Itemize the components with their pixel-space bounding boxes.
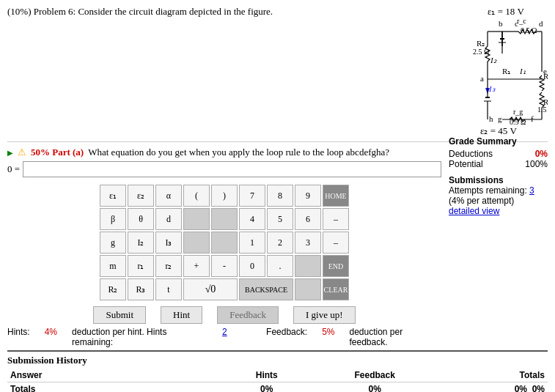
totals-feedback: 0%	[320, 382, 428, 393]
key-2[interactable]: 2	[267, 232, 293, 254]
totals-label: Totals	[7, 382, 213, 393]
key-theta[interactable]: θ	[128, 208, 154, 230]
key-alpha[interactable]: α	[155, 185, 182, 207]
deductions-label: Deductions	[449, 149, 493, 159]
key-t[interactable]: t	[155, 278, 182, 300]
key-3[interactable]: 3	[295, 232, 321, 254]
key-minus[interactable]: -	[211, 255, 238, 277]
svg-text:a: a	[480, 74, 484, 83]
key-open-paren[interactable]: (	[183, 185, 210, 207]
key-6[interactable]: 6	[295, 208, 321, 230]
attempts-row: Attempts remaining: 3	[449, 185, 548, 196]
hints-deduction-value: 4%	[45, 327, 57, 347]
history-title: Submission History	[7, 355, 548, 366]
key-R3[interactable]: R₃	[128, 278, 154, 300]
key-g[interactable]: g	[100, 232, 126, 254]
key-plus[interactable]: +	[183, 255, 210, 277]
key-beta[interactable]: β	[100, 208, 126, 230]
epsilon1-label: ε₁ = 18 V	[488, 6, 525, 17]
key-9[interactable]: 9	[295, 185, 321, 207]
key-home[interactable]: HOME	[323, 185, 349, 207]
key-end[interactable]: END	[323, 255, 349, 277]
key-m[interactable]: m	[100, 255, 126, 277]
key-epsilon2[interactable]: ε₂	[128, 185, 154, 207]
feedback-button[interactable]: Feedback	[217, 306, 279, 324]
svg-text:r_g: r_g	[513, 108, 523, 116]
key-close-paren[interactable]: )	[211, 185, 238, 207]
col-feedback-header: Feedback	[320, 369, 428, 382]
col-answer-header: Answer	[7, 369, 213, 382]
totals-row: Totals 0% 0% 0% 0%	[7, 382, 548, 393]
key-empty-6	[295, 278, 321, 300]
key-empty-4	[211, 232, 238, 254]
key-r2[interactable]: r₂	[155, 255, 182, 277]
svg-text:h: h	[489, 114, 493, 123]
key-R2[interactable]: R₂	[100, 278, 126, 300]
keypad-row-2: β θ d 4 5 6 –	[100, 208, 349, 230]
svg-text:R₁: R₁	[543, 72, 548, 81]
key-empty-2	[211, 208, 238, 230]
buttons-row: Submit Hint Feedback I give up!	[7, 306, 441, 324]
svg-text:I₁: I₁	[519, 67, 526, 75]
hints-mid: deduction per hint. Hints remaining:	[72, 327, 207, 347]
key-clear[interactable]: CLEAR	[323, 278, 349, 300]
equation-row: 0 =	[7, 161, 441, 177]
feedback-suffix: deduction per feedback.	[349, 327, 441, 347]
epsilon2-label: ε₂ = 45 V	[480, 125, 518, 134]
key-8[interactable]: 8	[267, 185, 293, 207]
key-dot[interactable]: .	[267, 255, 293, 277]
key-sqrt[interactable]: √0	[183, 278, 238, 300]
grade-summary-title: Grade Summary	[449, 136, 548, 147]
svg-text:R₁: R₁	[502, 67, 510, 75]
key-dash-1[interactable]: –	[323, 208, 349, 230]
svg-text:R₂: R₂	[477, 39, 485, 48]
attempts-label: Attempts remaining:	[449, 185, 527, 196]
hint-button[interactable]: Hint	[161, 306, 202, 324]
totals-hints: 0%	[213, 382, 320, 393]
key-1[interactable]: 1	[239, 232, 265, 254]
col-hints-header: Hints	[213, 369, 320, 382]
keypad-row-4: m r₁ r₂ + - 0 . END	[100, 255, 349, 277]
key-r1[interactable]: r₁	[128, 255, 154, 277]
deductions-value: 0%	[535, 149, 548, 159]
key-d[interactable]: d	[155, 208, 182, 230]
potential-label: Potential	[449, 159, 483, 169]
keypad-row-5: R₂ R₃ t √0 BACKSPACE CLEAR	[100, 278, 349, 300]
attempts-link[interactable]: 3	[529, 185, 534, 196]
part-a-question: What equation do you get when you apply …	[88, 147, 389, 158]
key-epsilon1[interactable]: ε₁	[100, 185, 126, 207]
part-a-label: 50% Part (a)	[31, 147, 84, 158]
key-0[interactable]: 0	[239, 255, 265, 277]
key-empty-3	[183, 232, 210, 254]
key-I2[interactable]: I₂	[128, 232, 154, 254]
keypad-row-3: g I₂ I₃ 1 2 3 –	[100, 232, 349, 254]
key-dash-2[interactable]: –	[323, 232, 349, 254]
potential-value: 100%	[525, 159, 548, 169]
equation-input[interactable]	[23, 161, 441, 177]
detailed-view-link[interactable]: detailed view	[449, 206, 548, 216]
submit-button[interactable]: Submit	[93, 306, 146, 324]
keypad-row-1: ε₁ ε₂ α ( ) 7 8 9 HOME	[100, 185, 349, 207]
col-totals-header: Totals	[429, 369, 548, 382]
submissions-title: Submissions	[449, 175, 548, 185]
key-backspace[interactable]: BACKSPACE	[239, 278, 293, 300]
hints-row: Hints: 4% deduction per hint. Hints rema…	[7, 327, 441, 347]
part-a-section: ▶ ⚠ 50% Part (a) What equation do you ge…	[7, 141, 548, 347]
svg-text:f: f	[531, 114, 534, 123]
attempts-note: (4% per attempt)	[449, 196, 548, 206]
problem-header: (10%) Problem 6: Consider the circuit di…	[7, 6, 548, 137]
hints-remaining-link[interactable]: 2	[222, 327, 227, 347]
give-up-button[interactable]: I give up!	[293, 306, 356, 324]
key-7[interactable]: 7	[239, 185, 265, 207]
triangle-icon: ▶	[7, 149, 13, 157]
feedback-deduction-value: 5%	[322, 327, 334, 347]
deductions-row: Deductions 0%	[449, 149, 548, 159]
key-I3[interactable]: I₃	[155, 232, 182, 254]
submission-history: Submission History Answer Hints Feedback…	[7, 350, 548, 392]
circuit-svg: ε₁ = 18 V b c d r_c 0.5 Ω	[379, 6, 548, 134]
key-5[interactable]: 5	[267, 208, 293, 230]
circuit-diagram: ε₁ = 18 V b c d r_c 0.5 Ω	[379, 6, 548, 137]
svg-text:r_c: r_c	[517, 17, 526, 25]
potential-row: Potential 100%	[449, 159, 548, 169]
key-4[interactable]: 4	[239, 208, 265, 230]
